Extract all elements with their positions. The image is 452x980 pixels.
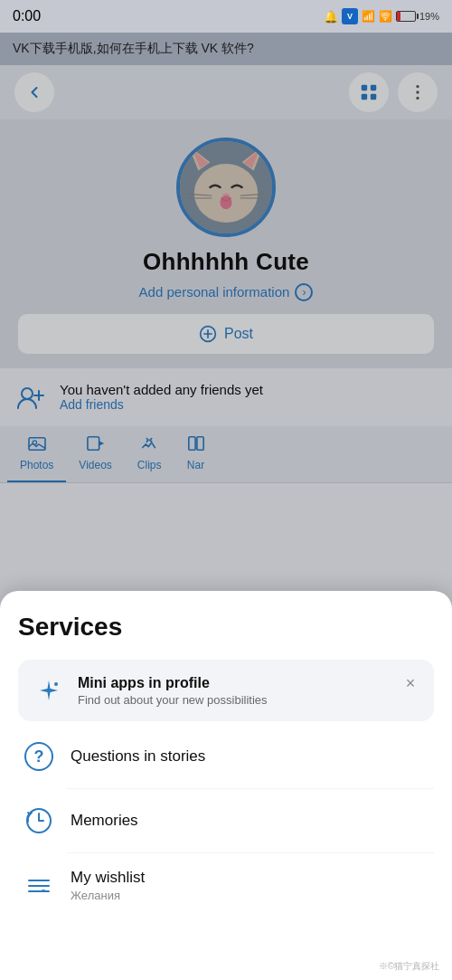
- svg-rect-0: [362, 84, 367, 90]
- questions-stories-icon: ?: [22, 739, 56, 774]
- tabs-row: Photos Videos Clips Nar: [0, 426, 452, 483]
- page-title-banner: VK下载手机版,如何在手机上下载 VK 软件?: [0, 33, 452, 65]
- svg-point-14: [221, 195, 232, 209]
- wishlist-text: My wishlist Желания: [71, 869, 145, 902]
- wishlist-title: My wishlist: [71, 869, 145, 887]
- svg-rect-3: [371, 93, 376, 99]
- grid-icon: [359, 82, 379, 102]
- status-icons: 🔔 V 📶 🛜 19%: [324, 8, 439, 24]
- clips-tab-icon: [140, 435, 158, 456]
- svg-point-6: [416, 96, 419, 99]
- page-title-text: VK下载手机版,如何在手机上下载 VK 软件?: [13, 41, 254, 55]
- post-button[interactable]: Post: [18, 314, 434, 354]
- tab-clips[interactable]: Clips: [125, 426, 174, 482]
- tab-nar[interactable]: Nar: [174, 426, 218, 482]
- videos-tab-label: Videos: [79, 459, 111, 471]
- wishlist-subtitle: Желания: [71, 889, 145, 902]
- add-info-text: Add personal information: [139, 284, 290, 300]
- svg-rect-29: [196, 436, 202, 450]
- bottom-sheet: Services Mini apps in profile Find out a…: [0, 591, 452, 980]
- circle-arrow-icon: ›: [295, 283, 313, 301]
- photos-tab-label: Photos: [20, 459, 53, 471]
- nar-tab-icon: [187, 435, 205, 456]
- wishlist-icon: [22, 868, 56, 902]
- svg-point-22: [22, 388, 33, 399]
- mini-apps-icon: [33, 674, 65, 707]
- mini-apps-title: Mini apps in profile: [78, 675, 268, 691]
- svg-rect-28: [188, 436, 194, 450]
- friends-banner: You haven't added any friends yet Add fr…: [0, 368, 452, 426]
- svg-point-4: [416, 85, 419, 88]
- battery-icon: [396, 11, 416, 22]
- no-friends-text: You haven't added any friends yet: [60, 382, 263, 397]
- status-bar: 0:00 🔔 V 📶 🛜 19%: [0, 0, 452, 33]
- profile-name: Ohhhhhh Cute: [143, 248, 309, 276]
- vpn-icon: V: [342, 8, 358, 24]
- back-icon: [25, 83, 43, 101]
- svg-rect-27: [88, 436, 99, 450]
- post-label: Post: [224, 326, 253, 342]
- svg-point-30: [54, 682, 58, 686]
- add-personal-info-link[interactable]: Add personal information ›: [139, 283, 314, 301]
- svg-rect-2: [362, 93, 367, 99]
- photos-tab-icon: [28, 435, 46, 456]
- nav-right-group: [349, 72, 438, 112]
- friends-text-group: You haven't added any friends yet Add fr…: [60, 382, 263, 412]
- svg-point-8: [194, 164, 258, 223]
- mini-apps-card[interactable]: Mini apps in profile Find out about your…: [18, 660, 434, 721]
- memories-title: Memories: [71, 812, 138, 830]
- mini-apps-text-group: Mini apps in profile Find out about your…: [78, 675, 268, 707]
- add-friends-link[interactable]: Add friends: [60, 397, 263, 412]
- plus-circle-icon: [199, 325, 217, 343]
- notification-icon: 🔔: [324, 10, 338, 24]
- grid-button[interactable]: [349, 72, 389, 112]
- tab-photos[interactable]: Photos: [7, 426, 66, 482]
- status-time: 0:00: [13, 8, 41, 24]
- wifi-icon: 🛜: [379, 10, 392, 23]
- nar-tab-label: Nar: [187, 459, 204, 471]
- mini-apps-subtitle: Find out about your new possibilities: [78, 693, 268, 707]
- svg-rect-25: [29, 437, 45, 450]
- svg-text:?: ?: [34, 747, 44, 766]
- watermark: ※©猫宁真探社: [379, 960, 439, 973]
- add-friends-icon: [14, 381, 47, 414]
- service-questions-stories[interactable]: ? Questions in stories: [18, 725, 434, 788]
- videos-tab-icon: [87, 435, 105, 456]
- profile-area: Ohhhhhh Cute Add personal information › …: [0, 119, 452, 368]
- signal-icon: 📶: [362, 10, 375, 23]
- avatar[interactable]: [176, 138, 276, 237]
- memories-icon: [22, 804, 56, 838]
- sheet-title: Services: [18, 613, 434, 642]
- memories-text: Memories: [71, 812, 138, 830]
- more-icon: [408, 82, 428, 102]
- svg-point-5: [416, 90, 419, 93]
- tabs-fade-right: [416, 426, 452, 482]
- questions-stories-text: Questions in stories: [71, 747, 205, 766]
- svg-rect-1: [371, 84, 376, 90]
- tab-videos[interactable]: Videos: [66, 426, 124, 482]
- battery-percent: 19%: [419, 11, 439, 22]
- clips-tab-label: Clips: [137, 459, 162, 471]
- service-memories[interactable]: Memories: [18, 789, 434, 852]
- more-button[interactable]: [398, 72, 438, 112]
- back-button[interactable]: [14, 72, 54, 112]
- mini-apps-close-button[interactable]: ×: [398, 671, 423, 696]
- top-nav: [0, 65, 452, 119]
- questions-stories-title: Questions in stories: [71, 747, 205, 766]
- service-wishlist[interactable]: My wishlist Желания: [18, 853, 434, 917]
